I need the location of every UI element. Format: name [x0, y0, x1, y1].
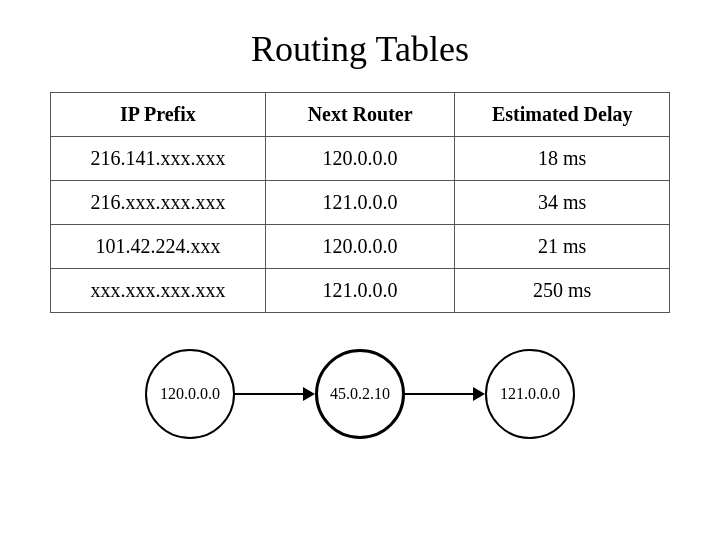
page-title: Routing Tables — [251, 28, 469, 70]
cell-r2-c0: 101.42.224.xxx — [51, 225, 266, 269]
node-1: 120.0.0.0 — [145, 349, 235, 439]
table-row: 216.141.xxx.xxx120.0.0.018 ms — [51, 137, 670, 181]
node-3: 121.0.0.0 — [485, 349, 575, 439]
arrow-2 — [405, 387, 485, 401]
cell-r3-c1: 121.0.0.0 — [265, 269, 455, 313]
cell-r3-c2: 250 ms — [455, 269, 670, 313]
cell-r1-c2: 34 ms — [455, 181, 670, 225]
cell-r2-c2: 21 ms — [455, 225, 670, 269]
cell-r0-c0: 216.141.xxx.xxx — [51, 137, 266, 181]
routing-table: IP Prefix Next Router Estimated Delay 21… — [50, 92, 670, 313]
col-header-delay: Estimated Delay — [455, 93, 670, 137]
network-diagram: 120.0.0.0 45.0.2.10 121.0.0.0 — [145, 349, 575, 439]
arrow-1 — [235, 387, 315, 401]
table-row: 101.42.224.xxx120.0.0.021 ms — [51, 225, 670, 269]
cell-r2-c1: 120.0.0.0 — [265, 225, 455, 269]
col-header-next: Next Router — [265, 93, 455, 137]
cell-r3-c0: xxx.xxx.xxx.xxx — [51, 269, 266, 313]
table-row: xxx.xxx.xxx.xxx121.0.0.0250 ms — [51, 269, 670, 313]
node-2: 45.0.2.10 — [315, 349, 405, 439]
cell-r0-c2: 18 ms — [455, 137, 670, 181]
table-row: 216.xxx.xxx.xxx121.0.0.034 ms — [51, 181, 670, 225]
col-header-ip: IP Prefix — [51, 93, 266, 137]
cell-r1-c1: 121.0.0.0 — [265, 181, 455, 225]
cell-r0-c1: 120.0.0.0 — [265, 137, 455, 181]
cell-r1-c0: 216.xxx.xxx.xxx — [51, 181, 266, 225]
